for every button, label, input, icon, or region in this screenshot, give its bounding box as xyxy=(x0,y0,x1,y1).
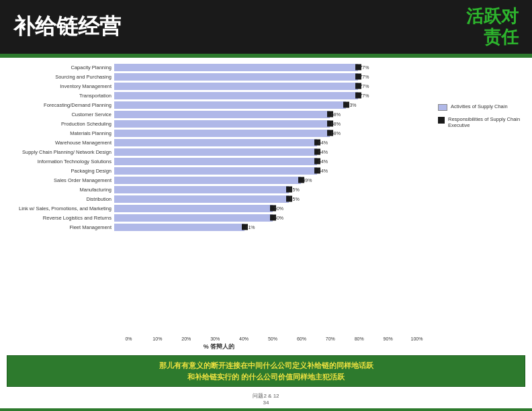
bar-section: 55% xyxy=(114,185,431,193)
x-axis-title: % 答辩人的 xyxy=(7,342,431,351)
row-label: Forecasting/Demand Planning xyxy=(7,102,114,108)
bar-bg xyxy=(114,130,330,137)
x-tick: 50% xyxy=(259,336,287,341)
chart-row: Information Technology Solutions64% xyxy=(7,157,431,165)
x-tick: 0% xyxy=(114,336,143,341)
legend-item-1: Activities of Supply Chain xyxy=(438,103,525,111)
x-tick: 90% xyxy=(373,336,402,341)
bar-section: 77% xyxy=(114,91,431,99)
bar-section: 64% xyxy=(114,157,431,165)
chart-area: Capacity Planning77%Sourcing and Purchas… xyxy=(7,63,431,351)
x-tick: 10% xyxy=(143,336,172,341)
bar-bg xyxy=(114,205,273,212)
bar-bg xyxy=(114,64,358,71)
bar-bg xyxy=(114,120,330,128)
row-label: Fleet Management xyxy=(7,224,114,230)
legend-area: Activities of Supply Chain Responsibilit… xyxy=(438,63,525,351)
chart-row: Distribution55% xyxy=(7,195,431,203)
bar-bg xyxy=(114,195,289,203)
bar-pct-label: 59% xyxy=(302,178,312,183)
chart-row: Customer Service68% xyxy=(7,110,431,118)
bar-section: 68% xyxy=(114,129,431,137)
bar-bg xyxy=(114,186,289,193)
chart-row: Sourcing and Purchasing77% xyxy=(7,73,431,81)
bottom-green-line xyxy=(0,408,532,411)
bar-pct-label: 77% xyxy=(359,93,369,98)
row-label: Reverse Logistics and Returns xyxy=(7,215,114,221)
bar-pct-label: 68% xyxy=(331,112,341,117)
bar-section: 64% xyxy=(114,138,431,146)
x-tick: 60% xyxy=(287,336,316,341)
row-label: Sourcing and Purchasing xyxy=(7,74,114,80)
bar-section: 50% xyxy=(114,214,431,222)
chart-row: Manufacturing55% xyxy=(7,185,431,193)
chart-row: Production Scheduling68% xyxy=(7,120,431,128)
header-title: 补给链经营 xyxy=(13,12,121,42)
bar-section: 41% xyxy=(114,223,431,231)
chart-row: Forecasting/Demand Planning73% xyxy=(7,101,431,109)
bar-section: 55% xyxy=(114,195,431,203)
bar-section: 77% xyxy=(114,63,431,71)
bar-pct-label: 64% xyxy=(318,150,328,154)
chart-row: Link w/ Sales, Promotions, and Marketing… xyxy=(7,204,431,212)
footer-page: 34 xyxy=(0,400,532,406)
legend-item-2: Responsibilities of Supply Chain Executi… xyxy=(438,116,525,128)
bar-pct-label: 55% xyxy=(290,187,300,192)
chart-container: Capacity Planning77%Sourcing and Purchas… xyxy=(7,63,431,335)
chart-row: Fleet Management41% xyxy=(7,223,431,231)
row-label: Warehouse Management xyxy=(7,140,114,146)
bar-bg xyxy=(114,111,330,118)
chart-row: Materials Planning68% xyxy=(7,129,431,137)
row-label: Transportation xyxy=(7,93,114,99)
legend-color-activities xyxy=(438,104,447,111)
bar-bg xyxy=(114,148,317,156)
bar-pct-label: 73% xyxy=(347,103,357,107)
info-box-text: 那儿有有意义的断开连接在中间什么公司定义补给链的同样地话跃 和补给链实行的 的什… xyxy=(15,360,517,382)
row-label: Materials Planning xyxy=(7,130,114,136)
bar-bg xyxy=(114,224,245,231)
chart-row: Sales Order Management59% xyxy=(7,176,431,184)
bar-pct-label: 64% xyxy=(318,159,328,164)
bar-bg xyxy=(114,158,317,165)
chart-row: Transportation77% xyxy=(7,91,431,99)
info-box: 那儿有有意义的断开连接在中间什么公司定义补给链的同样地话跃 和补给链实行的 的什… xyxy=(7,355,525,387)
bar-bg xyxy=(114,167,317,175)
bar-section: 77% xyxy=(114,73,431,81)
bar-pct-label: 68% xyxy=(331,131,341,136)
bar-pct-label: 50% xyxy=(274,206,283,211)
header-subtitle: 活跃对 责任 xyxy=(466,6,519,48)
chart-row: Reverse Logistics and Returns50% xyxy=(7,214,431,222)
legend-color-responsibilities xyxy=(438,117,445,124)
row-label: Information Technology Solutions xyxy=(7,158,114,165)
bar-section: 68% xyxy=(114,120,431,128)
bar-bg xyxy=(114,139,317,146)
row-label: Packaging Design xyxy=(7,168,114,174)
x-tick: 40% xyxy=(230,336,259,341)
legend-label-1: Activities of Supply Chain xyxy=(451,103,508,109)
chart-row: Packaging Design64% xyxy=(7,167,431,175)
bar-pct-label: 77% xyxy=(359,84,369,89)
bar-pct-label: 77% xyxy=(359,65,369,70)
bar-pct-label: 64% xyxy=(318,140,328,145)
bar-section: 64% xyxy=(114,167,431,175)
row-label: Production Scheduling xyxy=(7,121,114,127)
x-tick: 30% xyxy=(201,336,230,341)
bar-pct-label: 41% xyxy=(246,225,255,230)
bar-bg xyxy=(114,73,358,81)
bar-section: 68% xyxy=(114,110,431,118)
chart-row: Capacity Planning77% xyxy=(7,63,431,71)
x-tick: 20% xyxy=(172,336,201,341)
row-label: Distribution xyxy=(7,196,114,202)
chart-row: Supply Chain Planning/ Network Design64% xyxy=(7,148,431,156)
row-label: Supply Chain Planning/ Network Design xyxy=(7,149,114,155)
page: 补给链经营 活跃对 责任 Capacity Planning77%Sourcin… xyxy=(0,0,532,411)
bar-pct-label: 68% xyxy=(331,122,341,126)
bar-pct-label: 55% xyxy=(290,197,300,201)
bar-section: 50% xyxy=(114,204,431,212)
x-tick: 100% xyxy=(402,336,431,341)
row-label: Capacity Planning xyxy=(7,64,114,71)
x-tick: 80% xyxy=(345,336,373,341)
bar-pct-label: 77% xyxy=(359,75,369,79)
bar-pct-label: 50% xyxy=(274,216,283,220)
header: 补给链经营 活跃对 责任 xyxy=(0,0,532,54)
